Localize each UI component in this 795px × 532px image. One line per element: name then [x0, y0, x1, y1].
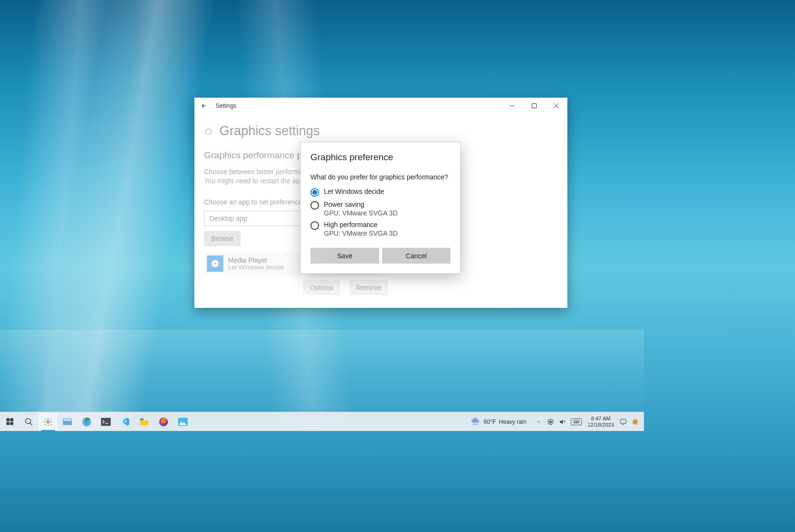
radio-label: Power saving — [324, 201, 398, 208]
svg-rect-8 — [63, 418, 72, 425]
tray-app-icon[interactable] — [630, 412, 640, 431]
svg-rect-4 — [6, 422, 9, 425]
app-name: Media Player — [228, 256, 284, 264]
weather-widget[interactable]: 60°F Heavy rain — [470, 417, 526, 427]
close-button[interactable] — [545, 98, 567, 114]
taskbar-app-vscode[interactable] — [115, 412, 135, 431]
section-description: Choose between better performance or lon… — [204, 167, 558, 186]
radio-power-saving[interactable]: Power saving GPU: VMware SVGA 3D — [310, 201, 450, 217]
app-type-dropdown[interactable]: Desktop app — [204, 211, 348, 226]
svg-point-19 — [634, 420, 635, 421]
svg-rect-11 — [101, 418, 111, 426]
start-button[interactable] — [0, 412, 19, 431]
tray-keyboard-icon[interactable]: ⌨ — [570, 412, 583, 431]
svg-point-10 — [82, 417, 91, 426]
svg-point-7 — [47, 420, 50, 423]
svg-rect-3 — [10, 418, 13, 421]
taskbar-app-edge[interactable] — [77, 412, 96, 431]
window-title: Settings — [214, 102, 236, 109]
window-content: Graphics settings Graphics performance p… — [194, 114, 567, 305]
radio-label: High performance — [324, 221, 398, 228]
clock[interactable]: 8:47 AM 12/18/2023 — [588, 416, 614, 428]
svg-point-13 — [159, 417, 168, 426]
svg-point-1 — [212, 260, 219, 267]
svg-rect-0 — [532, 104, 537, 108]
radio-sublabel: GPU: VMware SVGA 3D — [324, 209, 398, 217]
home-icon[interactable] — [204, 127, 213, 136]
save-button[interactable]: Save — [310, 248, 379, 264]
radio-let-windows-decide[interactable]: Let Windows decide — [310, 188, 450, 197]
radio-sublabel: GPU: VMware SVGA 3D — [324, 229, 398, 237]
choose-app-label: Choose an app to set preference — [204, 198, 558, 206]
radio-indicator-icon — [310, 201, 319, 210]
remove-button[interactable]: Remove — [349, 280, 388, 295]
dropdown-value: Desktop app — [209, 215, 247, 222]
svg-point-15 — [548, 419, 553, 424]
graphics-preference-dialog: Graphics preference What do you prefer f… — [300, 142, 461, 274]
dialog-question: What do you prefer for graphics performa… — [310, 173, 450, 181]
tray-volume-muted-icon[interactable] — [558, 412, 567, 431]
tray-chevron-up-icon[interactable] — [534, 412, 543, 431]
media-player-icon — [207, 255, 223, 272]
weather-temperature: 60°F — [484, 418, 496, 425]
radio-indicator-icon — [310, 188, 319, 197]
chevron-down-icon — [337, 215, 343, 221]
svg-rect-17 — [620, 419, 626, 423]
page-title: Graphics settings — [219, 124, 320, 139]
taskbar-app-settings[interactable] — [38, 412, 58, 431]
svg-rect-9 — [64, 419, 71, 421]
svg-rect-14 — [178, 418, 188, 426]
wallpaper-reflection — [0, 330, 644, 417]
taskbar-app-explorer[interactable] — [135, 412, 154, 431]
svg-rect-2 — [6, 418, 9, 421]
titlebar: Settings — [194, 98, 567, 114]
radio-indicator-icon — [310, 221, 319, 230]
minimize-button[interactable] — [501, 98, 523, 114]
clock-date: 12/18/2023 — [588, 422, 614, 428]
search-button[interactable] — [19, 412, 38, 431]
svg-rect-12 — [140, 418, 143, 420]
radio-label: Let Windows decide — [324, 188, 384, 195]
settings-window: Settings Graphics settings Graphics perf… — [194, 98, 567, 308]
radio-group: Let Windows decide Power saving GPU: VMw… — [310, 188, 450, 237]
weather-condition: Heavy rain — [499, 418, 526, 425]
clock-time: 8:47 AM — [591, 416, 610, 422]
svg-point-18 — [632, 419, 638, 425]
browse-button[interactable]: Browse — [204, 231, 241, 246]
weather-icon — [470, 417, 481, 427]
svg-point-20 — [636, 420, 637, 421]
modal-backdrop — [194, 114, 567, 305]
taskbar-app-generic[interactable] — [58, 412, 77, 431]
tray-notifications-icon[interactable] — [618, 412, 628, 431]
taskbar: 60°F Heavy rain ⌨ 8:47 AM 12/18/2023 — [0, 412, 644, 431]
dialog-title: Graphics preference — [310, 152, 450, 163]
app-list-item[interactable]: Media Player Let Windows decide — [204, 252, 382, 275]
options-button[interactable]: Options — [303, 280, 340, 295]
back-button[interactable] — [194, 98, 214, 114]
radio-high-performance[interactable]: High performance GPU: VMware SVGA 3D — [310, 221, 450, 237]
section-title: Graphics performance preference — [204, 150, 558, 161]
taskbar-app-terminal[interactable] — [96, 412, 115, 431]
svg-point-6 — [26, 418, 31, 424]
cancel-button[interactable]: Cancel — [382, 248, 451, 264]
svg-rect-5 — [10, 422, 13, 425]
app-preference: Let Windows decide — [228, 264, 284, 271]
svg-point-16 — [550, 421, 551, 423]
taskbar-app-firefox[interactable] — [154, 412, 173, 431]
tray-meet-now-icon[interactable] — [546, 412, 555, 431]
taskbar-app-photos[interactable] — [173, 412, 192, 431]
maximize-button[interactable] — [523, 98, 545, 114]
